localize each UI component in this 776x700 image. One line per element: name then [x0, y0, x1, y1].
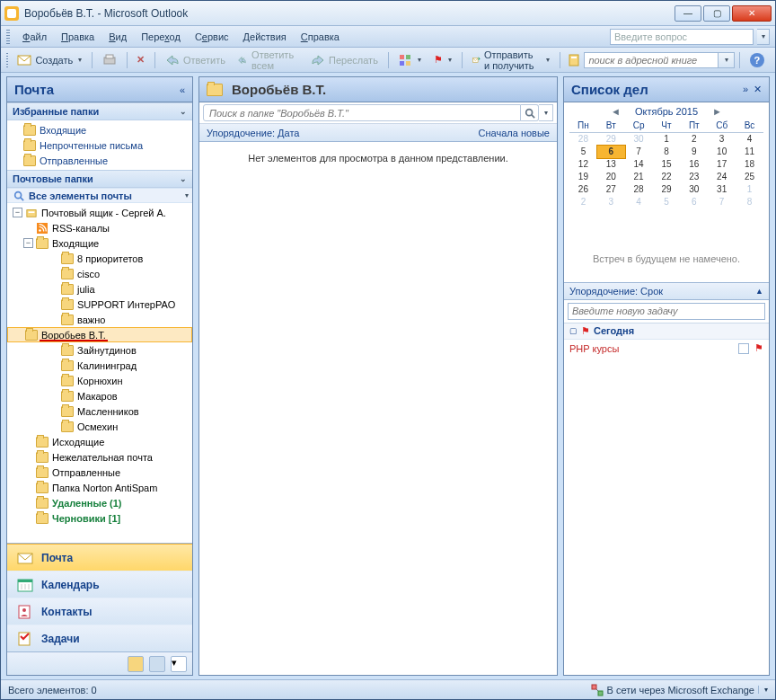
calendar-day[interactable]: 3 [708, 133, 736, 146]
calendar-day[interactable]: 2 [569, 196, 597, 208]
nav-контакты[interactable]: Контакты [7, 598, 192, 625]
menu-help[interactable]: Справка [295, 30, 345, 44]
calendar-day[interactable]: 16 [680, 158, 708, 171]
close-button[interactable]: ✕ [732, 5, 772, 22]
sort-bar[interactable]: Упорядочение: Дата Сначала новые [199, 124, 557, 142]
calendar-day[interactable]: 29 [653, 183, 681, 196]
delete-button[interactable]: ✕ [131, 51, 150, 68]
calendar-day[interactable]: 1 [653, 133, 681, 146]
calendar-day[interactable]: 3 [597, 196, 625, 208]
menu-file[interactable]: Файл [17, 30, 52, 44]
question-dropdown[interactable]: ▾ [757, 29, 770, 45]
calendar-day[interactable]: 8 [653, 146, 681, 158]
calendar-day[interactable]: 21 [625, 171, 653, 183]
calendar-day[interactable]: 6 [597, 146, 625, 158]
folder-sent[interactable]: Отправленные [7, 465, 192, 480]
task-checkbox[interactable] [738, 343, 749, 354]
search-scope-dropdown[interactable]: ▾ [539, 104, 553, 121]
calendar-day[interactable]: 9 [680, 146, 708, 158]
help-button[interactable]: ? [745, 50, 770, 70]
folder-junk[interactable]: Нежелательная почта [7, 449, 192, 465]
subfolder[interactable]: Зайнутдинов [7, 342, 192, 358]
addressbook-search[interactable] [584, 52, 719, 68]
minimize-button[interactable]: — [675, 5, 701, 22]
calendar-day[interactable]: 26 [569, 183, 597, 196]
calendar-day[interactable]: 14 [625, 158, 653, 171]
task-group-today[interactable]: ▢ ⚑ Сегодня [564, 323, 769, 340]
calendar[interactable]: ПнВтСрЧтПтСбВс 2829301234567891011121314… [569, 119, 763, 208]
calendar-day[interactable]: 11 [736, 146, 763, 158]
inbox-folder[interactable]: −Входящие [7, 235, 192, 251]
expand-icon[interactable]: » [743, 84, 748, 95]
folder-norton[interactable]: Папка Norton AntiSpam [7, 480, 192, 495]
prev-month-button[interactable]: ◄ [607, 106, 624, 117]
calendar-day[interactable]: 17 [708, 158, 736, 171]
favorite-item[interactable]: Входящие [7, 122, 192, 137]
close-icon[interactable]: ✕ [754, 84, 762, 95]
menu-view[interactable]: Вид [103, 30, 132, 44]
calendar-day[interactable]: 7 [625, 146, 653, 158]
subfolder[interactable]: важно [7, 312, 192, 327]
nav-календарь[interactable]: Календарь [7, 571, 192, 598]
subfolder[interactable]: Корнюхин [7, 373, 192, 388]
reply-button[interactable]: Ответить [160, 50, 231, 70]
folder-outbox[interactable]: Исходящие [7, 434, 192, 449]
subfolder[interactable]: Калининград [7, 358, 192, 373]
calendar-day[interactable]: 2 [680, 133, 708, 146]
followup-button[interactable]: ⚑▾ [428, 51, 457, 68]
calendar-day[interactable]: 24 [708, 171, 736, 183]
forward-button[interactable]: Переслать [305, 50, 384, 70]
subfolder[interactable]: 8 приоритетов [7, 251, 192, 266]
next-month-button[interactable]: ► [709, 106, 726, 117]
subfolder[interactable]: SUPPORT ИнтерРАО [7, 297, 192, 312]
task-item[interactable]: PHP курсы ⚑ [564, 340, 769, 358]
print-button[interactable] [97, 50, 122, 70]
folder-deleted[interactable]: Удаленные (1) [7, 495, 192, 510]
calendar-day[interactable]: 27 [597, 183, 625, 196]
calendar-day[interactable]: 7 [708, 196, 736, 208]
flag-icon[interactable]: ⚑ [754, 342, 763, 354]
folder-search-input[interactable] [203, 104, 521, 121]
calendar-day[interactable]: 31 [708, 183, 736, 196]
all-mail-items[interactable]: Все элементы почты ▾ [7, 188, 192, 203]
new-button[interactable]: Создать▾ [12, 50, 87, 70]
calendar-day[interactable]: 30 [625, 133, 653, 146]
calendar-day[interactable]: 4 [736, 133, 763, 146]
nav-задачи[interactable]: Задачи [7, 625, 192, 651]
calendar-day[interactable]: 18 [736, 158, 763, 171]
calendar-day[interactable]: 22 [653, 171, 681, 183]
subfolder[interactable]: cisco [7, 266, 192, 281]
calendar-day[interactable]: 23 [680, 171, 708, 183]
calendar-day[interactable]: 5 [569, 146, 597, 158]
calendar-day[interactable]: 5 [653, 196, 681, 208]
calendar-day[interactable]: 13 [597, 158, 625, 171]
calendar-day[interactable]: 30 [680, 183, 708, 196]
menu-edit[interactable]: Правка [56, 30, 100, 44]
favorite-item[interactable]: Непрочтенные письма [7, 137, 192, 153]
calendar-day[interactable]: 28 [625, 183, 653, 196]
calendar-day[interactable]: 6 [680, 196, 708, 208]
calendar-day[interactable]: 8 [736, 196, 763, 208]
calendar-day[interactable]: 4 [625, 196, 653, 208]
question-box[interactable]: Введите вопрос [610, 29, 754, 45]
menu-go[interactable]: Переход [136, 30, 186, 44]
calendar-day[interactable]: 1 [736, 183, 763, 196]
calendar-day[interactable]: 20 [597, 171, 625, 183]
menu-tools[interactable]: Сервис [190, 30, 234, 44]
folder-drafts[interactable]: Черновики [1] [7, 510, 192, 526]
status-dropdown[interactable]: ▾ [758, 686, 768, 694]
calendar-day[interactable]: 12 [569, 158, 597, 171]
subfolder[interactable]: julia [7, 281, 192, 297]
maximize-button[interactable]: ▢ [703, 5, 730, 22]
rss-folder[interactable]: RSS-каналы [7, 220, 192, 235]
calendar-day[interactable]: 28 [569, 133, 597, 146]
subfolder[interactable]: Воробьев В.Т. [7, 327, 192, 342]
subfolder[interactable]: Осмехин [7, 419, 192, 434]
shortcut-icon[interactable] [128, 656, 144, 672]
addressbook-dropdown[interactable]: ▾ [719, 52, 735, 68]
categorize-button[interactable]: ▾ [392, 50, 427, 70]
subfolder[interactable]: Масленников [7, 403, 192, 419]
calendar-day[interactable]: 19 [569, 171, 597, 183]
replyall-button[interactable]: Ответить всем [233, 47, 304, 74]
search-button[interactable] [521, 104, 539, 121]
